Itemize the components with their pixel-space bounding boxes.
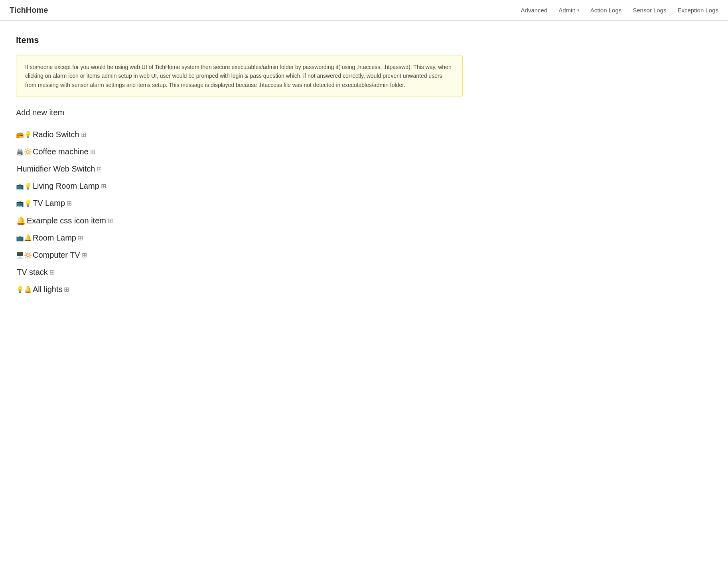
nav-item-admin[interactable]: Admin ▾ — [558, 7, 579, 14]
nav-link-sensor-logs[interactable]: Sensor Logs — [633, 7, 666, 14]
page-title: Items — [16, 35, 463, 45]
item-icons-8: 🖥️🔆 — [16, 251, 32, 259]
item-icons-2: 🖨️🔆 — [16, 148, 32, 156]
radio-icon: 📻 — [16, 131, 24, 138]
add-new-item-label: Add new item — [16, 108, 64, 117]
items-list: 📻💡 Radio Switch ⊞ 🖨️🔆 Coffee machine ⊞ H… — [16, 126, 463, 298]
item-icons-4: 📺💡 — [16, 182, 32, 190]
nav-item-sensor-logs[interactable]: Sensor Logs — [633, 7, 666, 14]
item-name-2: Coffee machine — [33, 147, 89, 156]
tv-icon: 📺 — [16, 234, 24, 242]
list-item: 🖨️🔆 Coffee machine ⊞ — [16, 143, 463, 160]
item-settings-icon-8[interactable]: ⊞ — [82, 251, 87, 259]
item-settings-icon-6[interactable]: ⊞ — [108, 217, 113, 225]
item-settings-icon-9[interactable]: ⊞ — [49, 268, 55, 276]
list-item: Humidfier Web Switch ⊞ — [16, 160, 463, 178]
item-name-5: TV Lamp — [33, 199, 65, 208]
nav-item-action-logs[interactable]: Action Logs — [590, 7, 621, 14]
monitor-icon: 🖥️ — [16, 251, 24, 259]
item-icons-1: 📻💡 — [16, 131, 32, 138]
printer-icon: 🖨️ — [16, 148, 24, 156]
item-settings-icon-1[interactable]: ⊞ — [81, 131, 86, 138]
main-content: Items If someone except for you would be… — [0, 21, 479, 312]
nav-link-advanced[interactable]: Advanced — [521, 7, 548, 14]
item-settings-icon-7[interactable]: ⊞ — [78, 234, 83, 242]
nav-links: Advanced Admin ▾ Action Logs Sensor Logs… — [521, 7, 718, 14]
item-icons-10: 💡🔔 — [16, 286, 32, 293]
item-name-4: Living Room Lamp — [33, 181, 99, 191]
list-item: 📻💡 Radio Switch ⊞ — [16, 126, 463, 143]
power-icon: 🔆 — [24, 251, 32, 259]
item-name-1: Radio Switch — [33, 130, 79, 139]
item-name-8: Computer TV — [33, 251, 80, 260]
alarm-icon: 🔔 — [24, 234, 32, 242]
item-icons-5: 📺💡 — [16, 199, 32, 207]
item-icons-7: 📺🔔 — [16, 234, 32, 242]
warning-box: If someone except for you would be using… — [16, 55, 463, 97]
item-settings-icon-4[interactable]: ⊞ — [101, 182, 106, 190]
item-settings-icon-10[interactable]: ⊞ — [64, 286, 69, 293]
add-new-item-link[interactable]: Add new item — [16, 108, 463, 117]
tv-icon: 📺 — [16, 199, 24, 207]
item-name-7: Room Lamp — [33, 233, 76, 243]
whatsapp-icon: 🔔 — [16, 216, 26, 225]
warning-text: If someone except for you would be using… — [25, 64, 452, 88]
item-settings-icon-5[interactable]: ⊞ — [67, 199, 72, 207]
nav-dropdown-admin[interactable]: Admin ▾ — [558, 7, 579, 14]
tv-icon: 📺 — [16, 182, 24, 190]
nav-item-advanced[interactable]: Advanced — [521, 7, 548, 14]
item-name-9: TV stack — [17, 268, 48, 277]
item-name-10: All lights — [33, 285, 62, 294]
power-icon: 🔆 — [24, 148, 32, 156]
bulb-icon: 💡 — [24, 199, 32, 207]
item-name-6: Example css icon item — [27, 216, 106, 225]
list-item: 💡🔔 All lights ⊞ — [16, 281, 463, 298]
brand-logo[interactable]: TichHome — [10, 6, 48, 15]
nav-admin-label: Admin — [558, 7, 576, 14]
item-settings-icon-2[interactable]: ⊞ — [90, 148, 95, 156]
alarm-icon: 🔔 — [24, 286, 32, 293]
bulb-icon: 💡 — [16, 286, 24, 293]
nav-item-exception-logs[interactable]: Exception Logs — [677, 7, 718, 14]
list-item: 🔔 Example css icon item ⊞ — [16, 212, 463, 229]
nav-link-action-logs[interactable]: Action Logs — [590, 7, 621, 14]
list-item: 📺🔔 Room Lamp ⊞ — [16, 229, 463, 247]
list-item: 📺💡 Living Room Lamp ⊞ — [16, 178, 463, 195]
list-item: 🖥️🔆 Computer TV ⊞ — [16, 247, 463, 264]
list-item: 📺💡 TV Lamp ⊞ — [16, 195, 463, 212]
list-item: TV stack ⊞ — [16, 264, 463, 281]
item-icons-6: 🔔 — [16, 216, 26, 225]
item-settings-icon-3[interactable]: ⊞ — [97, 165, 102, 173]
bulb-icon: 💡 — [24, 182, 32, 190]
nav-link-exception-logs[interactable]: Exception Logs — [677, 7, 718, 14]
chevron-down-icon: ▾ — [577, 8, 579, 12]
bulb-icon: 💡 — [24, 131, 32, 138]
item-name-3: Humidfier Web Switch — [17, 164, 95, 174]
navbar: TichHome Advanced Admin ▾ Action Logs Se… — [0, 0, 728, 21]
